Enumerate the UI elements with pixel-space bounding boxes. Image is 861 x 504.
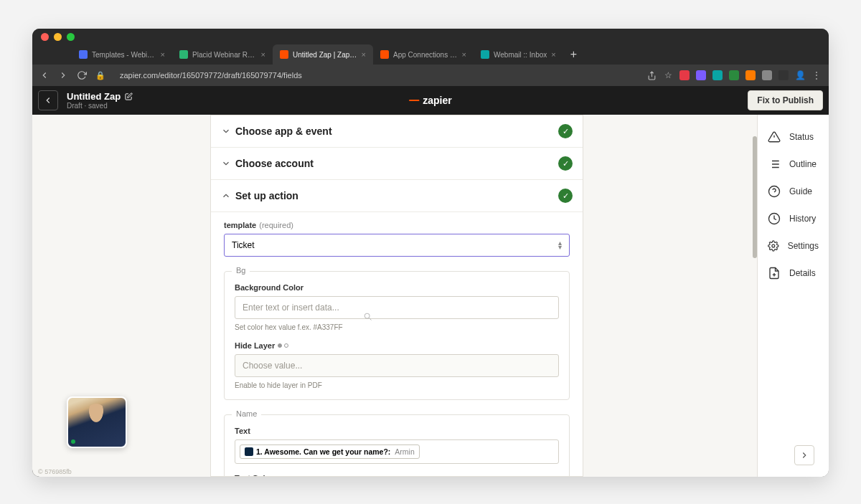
extension-icon[interactable]: [679, 70, 690, 80]
group-legend: Bg: [232, 266, 250, 275]
app-header: Untitled Zap Draft · saved zapier Fix to…: [32, 86, 829, 115]
rail-label: Guide: [789, 186, 812, 196]
chevron-down-icon: [221, 158, 231, 168]
close-icon[interactable]: ×: [362, 50, 366, 59]
template-label: template: [224, 221, 256, 229]
tab-label: Webmail :: Inbox: [494, 51, 547, 59]
share-icon[interactable]: [646, 70, 657, 80]
svg-point-10: [769, 186, 780, 197]
rail-settings[interactable]: Settings: [758, 232, 829, 260]
extension-icon[interactable]: [712, 70, 723, 80]
app-content: Untitled Zap Draft · saved zapier Fix to…: [32, 86, 829, 477]
favicon-icon: [280, 50, 288, 59]
nav-reload[interactable]: [77, 70, 87, 80]
rail-label: Outline: [789, 159, 817, 169]
rail-details[interactable]: Details: [758, 260, 829, 287]
kebab-icon[interactable]: ⋮: [811, 70, 822, 80]
favicon-icon: [79, 50, 88, 59]
scrollbar[interactable]: [752, 115, 757, 477]
svg-point-13: [772, 244, 775, 247]
chevron-down-icon: [221, 126, 231, 136]
pencil-icon[interactable]: [125, 92, 133, 100]
template-select[interactable]: Ticket ▴▾: [224, 234, 570, 257]
editor-canvas: Choose app & event ✓ Choose account ✓ Se…: [32, 115, 829, 477]
rail-history[interactable]: History: [758, 205, 829, 232]
favicon-icon: [179, 50, 188, 59]
data-pill[interactable]: 1. Awesome. Can we get your name?: Armin: [240, 444, 420, 459]
bgcolor-input[interactable]: [235, 296, 559, 319]
extension-icon[interactable]: [745, 70, 756, 80]
tab-zapier-editor[interactable]: Untitled Zap | Zapier×: [273, 44, 373, 65]
webcam-preview: [67, 396, 127, 448]
section-setup-action[interactable]: Set up action ✓: [211, 180, 583, 212]
hide-layer-select[interactable]: Choose value...: [235, 354, 559, 377]
template-value: Ticket: [232, 240, 255, 250]
profile-avatar[interactable]: 👤: [795, 70, 805, 80]
hide-layer-hint: Enable to hide layer in PDF: [235, 381, 559, 389]
right-rail: Status Outline Guide History Settings De…: [757, 115, 829, 477]
group-bg: Bg Background Color Set color hex value …: [224, 271, 570, 400]
chevron-sort-icon: ▴▾: [558, 241, 562, 249]
rail-label: Settings: [788, 241, 819, 251]
tab-app-connections[interactable]: App Connections | Zapier×: [373, 44, 474, 65]
window-maximize[interactable]: [67, 33, 75, 41]
pill-value: Armin: [395, 447, 414, 456]
favicon-icon: [481, 50, 489, 59]
zap-status: Draft · saved: [67, 102, 133, 110]
url-input[interactable]: zapier.com/editor/165079772/draft/165079…: [114, 69, 638, 82]
close-icon[interactable]: ×: [551, 50, 555, 59]
rail-guide[interactable]: Guide: [758, 178, 829, 205]
check-icon: ✓: [558, 124, 573, 138]
new-tab-button[interactable]: +: [563, 48, 584, 61]
close-icon[interactable]: ×: [161, 50, 165, 59]
extension-icon[interactable]: [696, 70, 706, 80]
extension-icon[interactable]: [729, 70, 739, 80]
textcolor-label: Text Color: [235, 474, 559, 477]
next-step-button[interactable]: [794, 445, 814, 465]
tab-bar: Templates - Webinar Tickets× Placid Webi…: [32, 44, 829, 65]
tab-webmail[interactable]: Webmail :: Inbox×: [474, 44, 563, 65]
typeform-icon: [245, 447, 253, 456]
section-choose-app[interactable]: Choose app & event ✓: [211, 115, 583, 148]
pill-prefix: 1. Awesome. Can we get your name?:: [256, 447, 390, 456]
tab-label: Untitled Zap | Zapier: [293, 51, 357, 59]
extensions-menu-icon[interactable]: [778, 70, 789, 80]
publish-button[interactable]: Fix to Publish: [748, 90, 823, 110]
chevron-up-icon: [221, 191, 231, 201]
hide-layer-label: Hide Layer: [235, 341, 275, 350]
zap-title[interactable]: Untitled Zap: [67, 91, 121, 102]
group-name: Name Text 1. Awesome. Can we get your na…: [224, 414, 570, 477]
tab-placid[interactable]: Placid Webinar Registration F×: [172, 44, 273, 65]
extension-icon[interactable]: [762, 70, 772, 80]
tab-label: Placid Webinar Registration F: [192, 51, 257, 59]
required-hint: (required): [259, 221, 293, 229]
check-icon: ✓: [558, 156, 573, 171]
check-icon: ✓: [558, 189, 573, 203]
rail-label: Status: [789, 132, 814, 142]
radio-option[interactable]: [278, 343, 288, 348]
close-icon[interactable]: ×: [462, 50, 466, 59]
zapier-logo: zapier: [409, 95, 451, 106]
rail-outline[interactable]: Outline: [758, 151, 829, 178]
rail-status[interactable]: Status: [758, 123, 829, 151]
rail-label: Details: [789, 268, 816, 278]
tab-templates[interactable]: Templates - Webinar Tickets×: [72, 44, 172, 65]
close-icon[interactable]: ×: [261, 50, 265, 59]
nav-back[interactable]: [39, 70, 50, 80]
bookmark-icon[interactable]: ☆: [663, 70, 673, 80]
back-button[interactable]: [38, 90, 58, 110]
address-bar: 🔒 zapier.com/editor/165079772/draft/1650…: [32, 65, 829, 86]
editor-panel: Choose app & event ✓ Choose account ✓ Se…: [210, 115, 583, 477]
tab-label: Templates - Webinar Tickets: [92, 51, 156, 59]
section-title: Set up action: [235, 190, 558, 201]
tab-label: App Connections | Zapier: [393, 51, 458, 59]
window-close[interactable]: [41, 33, 49, 41]
nav-forward[interactable]: [58, 70, 68, 80]
text-input[interactable]: 1. Awesome. Can we get your name?: Armin: [235, 439, 559, 464]
live-indicator-icon: [71, 439, 75, 444]
scroll-thumb[interactable]: [753, 136, 757, 258]
section-choose-account[interactable]: Choose account ✓: [211, 148, 583, 180]
window-minimize[interactable]: [54, 33, 62, 41]
favicon-icon: [380, 50, 389, 59]
lock-icon: 🔒: [95, 71, 105, 80]
